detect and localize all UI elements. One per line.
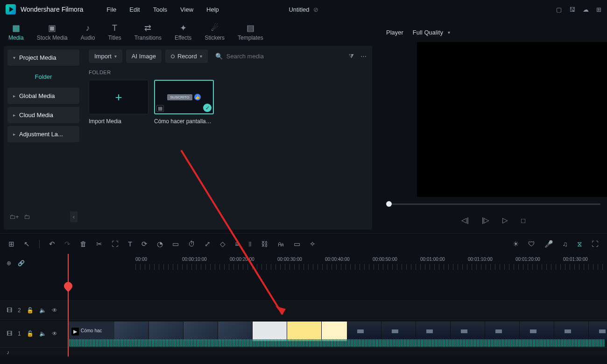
sidebar-adjustment-layer[interactable]: ▸Adjustment La...: [7, 126, 79, 142]
folder-icon[interactable]: 🗀: [24, 213, 30, 220]
menu-help[interactable]: Help: [206, 6, 219, 13]
add-track-icon[interactable]: ⊕: [7, 260, 11, 266]
templates-icon: ▤: [247, 23, 254, 33]
collapse-sidebar-icon[interactable]: ‹: [70, 211, 78, 222]
search-media[interactable]: 🔍: [212, 53, 296, 60]
video-clip[interactable]: ▶ Cómo hac: [68, 322, 346, 341]
cursor-icon[interactable]: ↖: [24, 240, 30, 248]
translate-icon[interactable]: 🗛: [277, 240, 284, 248]
magic-icon[interactable]: ✧: [310, 240, 316, 248]
playhead[interactable]: [68, 254, 69, 357]
title-bar: Wondershare Filmora File Edit Tools View…: [0, 0, 607, 19]
menu-view[interactable]: View: [180, 6, 193, 13]
mute-icon[interactable]: 🔈: [39, 307, 46, 314]
prev-frame-icon[interactable]: ◁|: [461, 216, 469, 224]
new-folder-icon[interactable]: 🗀+: [9, 213, 19, 220]
grid-icon[interactable]: ⊞: [596, 6, 601, 13]
chevron-down-icon: ▾: [448, 30, 450, 35]
lock-icon[interactable]: 🔓: [27, 307, 34, 314]
menu-file[interactable]: File: [106, 6, 116, 13]
sidebar-project-media[interactable]: ▾Project Media: [7, 49, 79, 66]
timer-icon[interactable]: ⏱: [188, 240, 195, 248]
app-logo: [6, 4, 16, 14]
stickers-icon: ☄: [211, 23, 219, 33]
timeline-ruler[interactable]: 00:00 00:00:10:00 00:00:20:00 00:00:30:0…: [135, 254, 607, 273]
sidebar-folder[interactable]: Folder: [7, 69, 79, 85]
link-icon[interactable]: 🔗: [18, 260, 25, 266]
mixer-icon[interactable]: ⫴: [248, 240, 252, 248]
undo-icon[interactable]: ↶: [49, 240, 55, 248]
record-button[interactable]: Record▾: [165, 49, 208, 63]
play-icon[interactable]: ▷: [502, 216, 508, 224]
toolbar-right: ⧩ ⋯: [349, 53, 367, 60]
visibility-icon[interactable]: 👁: [52, 307, 57, 314]
magnet-icon[interactable]: ⧖: [577, 240, 582, 248]
filter-icon[interactable]: ⧩: [349, 53, 354, 60]
speed-icon[interactable]: ⟳: [141, 240, 148, 248]
player-viewport[interactable]: [417, 42, 607, 197]
tab-transitions[interactable]: ⇄Transitions: [134, 23, 162, 41]
layout-icon[interactable]: ▢: [556, 6, 562, 13]
keyframe-icon[interactable]: ◇: [220, 240, 226, 248]
quality-selector[interactable]: Full Quality▾: [413, 29, 450, 36]
pip-icon[interactable]: ▭: [294, 240, 300, 248]
link-icon[interactable]: ⛓: [261, 240, 268, 248]
caption-icon[interactable]: ▭: [172, 240, 179, 248]
adjust-icon[interactable]: ≡: [235, 240, 239, 248]
tab-audio[interactable]: ♪Audio: [81, 23, 95, 41]
expand-icon[interactable]: ⤢: [205, 240, 211, 248]
fit-icon[interactable]: ⛶: [592, 240, 599, 248]
scrub-handle[interactable]: [386, 201, 392, 207]
tab-templates[interactable]: ▤Templates: [238, 23, 263, 41]
import-media-card[interactable]: + Import Media: [89, 80, 148, 125]
player-scrubber[interactable]: [380, 197, 607, 211]
tab-effects[interactable]: ✦Effects: [175, 23, 191, 41]
section-label: FOLDER: [89, 70, 367, 75]
audio-track-icon: ♪: [7, 349, 9, 356]
menu-edit[interactable]: Edit: [129, 6, 140, 13]
mic-icon[interactable]: 🎤: [544, 240, 553, 248]
import-button[interactable]: Import▾: [89, 49, 122, 63]
search-input[interactable]: [226, 53, 292, 60]
render-icon[interactable]: ☀: [513, 240, 519, 248]
audio-waveform: [68, 339, 605, 347]
track-1: 🎞1 🔓 🔈 👁 ▶ Cómo hac: [0, 319, 607, 347]
stop-icon[interactable]: □: [521, 217, 525, 224]
music-icon[interactable]: ♫: [563, 240, 568, 248]
tab-stock-media[interactable]: ▣Stock Media: [37, 23, 68, 41]
tab-titles[interactable]: TTitles: [108, 23, 121, 41]
more-icon[interactable]: ⋯: [360, 53, 367, 60]
track-1-body[interactable]: ▶ Cómo hac: [68, 320, 607, 347]
ai-image-button[interactable]: AI Image: [126, 49, 162, 63]
tab-media[interactable]: ▦Media: [8, 23, 24, 41]
video-clip-2[interactable]: [347, 322, 607, 341]
next-frame-icon[interactable]: |▷: [482, 216, 489, 224]
cloud-sync-icon[interactable]: ⊘: [313, 6, 318, 13]
redo-icon[interactable]: ↷: [64, 240, 71, 248]
mute-icon[interactable]: 🔈: [39, 330, 46, 337]
menu-tools[interactable]: Tools: [153, 6, 167, 13]
save-icon[interactable]: 🖫: [569, 6, 575, 13]
tab-stickers[interactable]: ☄Stickers: [205, 23, 225, 41]
player-panel: Player Full Quality▾ ◁| |▷ ▷ □: [376, 19, 607, 233]
chevron-down-icon: ▾: [114, 54, 117, 59]
delete-icon[interactable]: 🗑: [80, 240, 87, 248]
crop-icon[interactable]: ⛶: [112, 240, 119, 248]
caret-right-icon: ▸: [13, 112, 15, 118]
record-icon: [171, 55, 175, 58]
layout-grid-icon[interactable]: ⊞: [8, 240, 14, 248]
sidebar-global-media[interactable]: ▸Global Media: [7, 88, 79, 104]
cloud-upload-icon[interactable]: ☁: [583, 6, 589, 13]
media-grid: + Import Media SUSCRITO 👍 ▦ ✓ Cómo ha: [89, 80, 367, 125]
sidebar-cloud-media[interactable]: ▸Cloud Media: [7, 107, 79, 123]
player-controls: ◁| |▷ ▷ □: [380, 211, 607, 230]
text-icon[interactable]: T: [128, 240, 132, 248]
cut-icon[interactable]: ✂: [96, 240, 102, 248]
timeline-toolbar: ⊞ ↖ ↶ ↷ 🗑 ✂ ⛶ T ⟳ ◔ ▭ ⏱ ⤢ ◇ ≡ ⫴ ⛓ 🗛 ▭ ✧ …: [0, 233, 607, 254]
lock-icon[interactable]: 🔓: [27, 330, 34, 337]
shield-icon[interactable]: 🛡: [528, 240, 535, 248]
media-clip[interactable]: SUSCRITO 👍 ▦ ✓ Cómo hacer pantallas ...: [154, 80, 214, 125]
color-icon[interactable]: ◔: [157, 240, 163, 248]
visibility-icon[interactable]: 👁: [52, 330, 57, 337]
track-2: 🎞2 🔓 🔈 👁: [0, 301, 607, 319]
